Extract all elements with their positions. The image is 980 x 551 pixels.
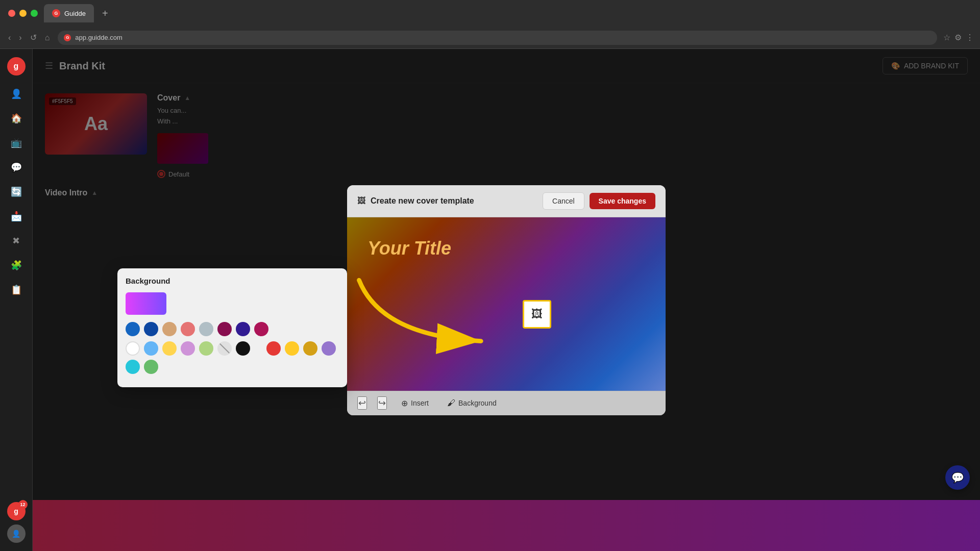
color-swatch-darkblue[interactable] <box>144 322 158 336</box>
sidebar-item-chat[interactable]: 💬 <box>6 157 27 178</box>
save-changes-button[interactable]: Save changes <box>590 193 655 209</box>
back-button[interactable]: ‹ <box>6 31 13 44</box>
modal-image-icon[interactable]: 🖼 <box>523 300 551 329</box>
gradient-preview[interactable] <box>126 292 166 315</box>
sidebar-item-puzzle[interactable]: 🧩 <box>6 255 27 276</box>
color-swatch-salmon[interactable] <box>181 322 195 336</box>
color-swatch-white[interactable] <box>126 341 140 356</box>
color-swatch-purple[interactable] <box>322 341 336 356</box>
sidebar-item-refresh[interactable]: 🔄 <box>6 182 27 202</box>
modal: 🖼 Create new cover template Cancel Save … <box>347 185 666 415</box>
address-bar-row: ‹ › ↺ ⌂ G app.guidde.com ☆ ⚙ ⋮ <box>0 27 980 49</box>
app-layout: g 👤 🏠 📺 💬 🔄 📩 ✖ 🧩 📋 g 12 👤 ☰ Brand Kit 🎨 <box>0 49 980 551</box>
background-button[interactable]: 🖌 Background <box>443 396 501 410</box>
address-bar[interactable]: G app.guidde.com <box>58 31 937 45</box>
color-swatch-rose[interactable] <box>254 322 268 336</box>
nav-buttons: ‹ › ↺ ⌂ <box>6 31 52 44</box>
color-swatch-gray[interactable] <box>199 322 213 336</box>
background-popup: Background <box>117 268 347 387</box>
sidebar-user-icon[interactable]: 👤 <box>7 524 26 543</box>
site-favicon: G <box>64 34 71 41</box>
sidebar-item-message[interactable]: 📩 <box>6 206 27 227</box>
forward-button[interactable]: › <box>17 31 23 44</box>
solid-color-row <box>126 341 339 374</box>
insert-button[interactable]: ⊕ Insert <box>397 396 433 410</box>
sidebar: g 👤 🏠 📺 💬 🔄 📩 ✖ 🧩 📋 g 12 👤 <box>0 49 33 551</box>
menu-icon[interactable]: ⋮ <box>966 33 974 42</box>
browser-chrome: G Guidde + <box>0 0 980 27</box>
modal-title: 🖼 Create new cover template <box>357 196 474 206</box>
maximize-button[interactable] <box>31 10 38 17</box>
color-swatch-yellow[interactable] <box>285 341 299 356</box>
notification-badge: 12 <box>18 500 28 509</box>
modal-preview: Your Title 🖼 <box>347 217 666 391</box>
close-button[interactable] <box>8 10 15 17</box>
modal-title-icon: 🖼 <box>357 196 365 206</box>
app-logo[interactable]: g <box>7 57 26 76</box>
modal-header: 🖼 Create new cover template Cancel Save … <box>347 185 666 217</box>
color-swatch-lavender[interactable] <box>181 341 195 356</box>
main-content: ☰ Brand Kit 🎨 ADD BRAND KIT #F5F5F5 Aa C… <box>33 49 980 551</box>
minimize-button[interactable] <box>19 10 27 17</box>
popup-title: Background <box>126 277 339 285</box>
spacer <box>254 341 262 356</box>
background-label: Background <box>458 399 497 407</box>
tab-title: Guidde <box>64 10 86 17</box>
modal-overlay[interactable]: Background <box>33 49 980 551</box>
extensions-icon[interactable]: ⚙ <box>954 33 962 42</box>
bookmark-icon[interactable]: ☆ <box>943 33 950 42</box>
arrow-annotation <box>347 268 531 381</box>
tab-bar: G Guidde + <box>44 4 972 22</box>
modal-title-text: Create new cover template <box>371 196 474 206</box>
color-swatch-none[interactable] <box>217 341 232 356</box>
color-swatch-deepviolet[interactable] <box>236 322 250 336</box>
color-swatch-lightgreen[interactable] <box>199 341 213 356</box>
insert-icon: ⊕ <box>401 398 408 408</box>
color-swatch-black[interactable] <box>236 341 250 356</box>
sidebar-item-close[interactable]: ✖ <box>6 231 27 251</box>
sidebar-item-video[interactable]: 📺 <box>6 133 27 153</box>
address-text: app.guidde.com <box>75 34 122 41</box>
insert-label: Insert <box>411 399 429 407</box>
color-swatch-blue[interactable] <box>126 322 140 336</box>
modal-toolbar: ↩ ↪ ⊕ Insert 🖌 Background <box>347 391 666 415</box>
color-swatch-darkpink[interactable] <box>217 322 232 336</box>
user-avatar-badge[interactable]: g 12 <box>7 502 26 520</box>
modal-preview-title: Your Title <box>368 238 451 259</box>
none-line <box>219 343 230 353</box>
color-swatch-tan[interactable] <box>162 322 177 336</box>
color-swatch-amber[interactable] <box>162 341 177 356</box>
modal-actions: Cancel Save changes <box>543 192 655 210</box>
sidebar-item-home[interactable]: 🏠 <box>6 108 27 129</box>
undo-button[interactable]: ↩ <box>357 396 367 410</box>
home-button[interactable]: ⌂ <box>43 31 52 44</box>
background-icon: 🖌 <box>447 398 455 408</box>
gradient-color-row <box>126 322 339 336</box>
reload-button[interactable]: ↺ <box>28 31 39 44</box>
sidebar-bottom: g 12 👤 <box>7 502 26 543</box>
new-tab-button[interactable]: + <box>98 6 112 21</box>
modal-container: Background <box>347 185 666 415</box>
traffic-lights <box>8 10 38 17</box>
color-swatch-green[interactable] <box>144 360 158 374</box>
sidebar-item-clipboard[interactable]: 📋 <box>6 280 27 300</box>
sidebar-item-add-user[interactable]: 👤 <box>6 84 27 104</box>
redo-button[interactable]: ↪ <box>377 396 387 410</box>
tab-favicon: G <box>52 9 60 17</box>
color-swatch-gold[interactable] <box>303 341 317 356</box>
color-swatch-red[interactable] <box>266 341 281 356</box>
chat-button[interactable]: 💬 <box>945 465 970 490</box>
color-swatch-cyan[interactable] <box>126 360 140 374</box>
color-swatch-lightblue[interactable] <box>144 341 158 356</box>
active-tab[interactable]: G Guidde <box>44 4 94 22</box>
cancel-button[interactable]: Cancel <box>543 192 584 210</box>
